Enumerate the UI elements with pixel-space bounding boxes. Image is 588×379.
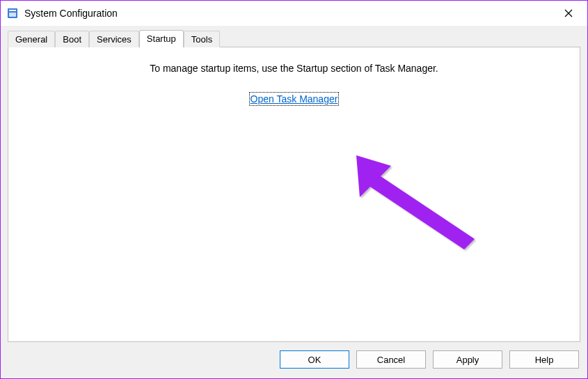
cancel-button[interactable]: Cancel [356, 350, 426, 369]
help-button[interactable]: Help [509, 350, 579, 369]
apply-button[interactable]: Apply [433, 350, 502, 369]
startup-message: To manage startup items, use the Startup… [22, 63, 566, 74]
svg-marker-5 [356, 155, 475, 249]
tab-tools[interactable]: Tools [184, 31, 220, 47]
tab-startup[interactable]: Startup [139, 30, 184, 47]
svg-rect-1 [9, 10, 16, 11]
close-button[interactable] [553, 2, 585, 24]
system-configuration-window: System Configuration General Boot Servic… [0, 0, 588, 379]
close-icon [564, 9, 573, 17]
window-title: System Configuration [24, 8, 553, 19]
tab-boot[interactable]: Boot [55, 31, 89, 47]
tab-services[interactable]: Services [89, 31, 139, 47]
msconfig-icon [6, 7, 19, 20]
link-wrap: Open Task Manager [22, 93, 566, 105]
annotation-arrow-icon [342, 145, 495, 263]
dialog-body: General Boot Services Startup Tools To m… [1, 26, 587, 378]
button-row: OK Cancel Apply Help [8, 342, 580, 371]
tabs-row: General Boot Services Startup Tools [8, 29, 580, 47]
svg-rect-2 [9, 13, 16, 17]
ok-button[interactable]: OK [280, 350, 349, 369]
titlebar: System Configuration [1, 1, 587, 26]
startup-panel: To manage startup items, use the Startup… [8, 47, 580, 342]
tab-general[interactable]: General [8, 31, 55, 47]
open-task-manager-link[interactable]: Open Task Manager [251, 93, 338, 105]
